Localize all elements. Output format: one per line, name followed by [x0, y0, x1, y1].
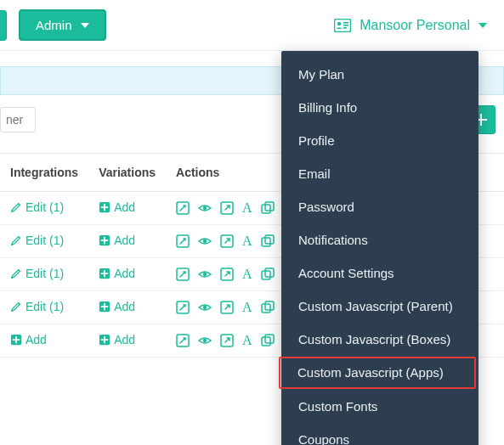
dropdown-item-custom-javascript-apps[interactable]: Custom Javascript (Apps): [279, 357, 476, 389]
link-label: Add: [114, 300, 135, 313]
svg-point-7: [203, 206, 207, 210]
pencil-icon: [10, 234, 22, 246]
link-label: Add: [114, 234, 135, 247]
top-bar: Admin Mansoor Personal: [0, 0, 504, 51]
caret-down-icon: [479, 23, 487, 28]
plus-square-icon: [99, 268, 110, 279]
link-label: Edit (1): [25, 300, 64, 313]
add-link[interactable]: Add: [99, 300, 135, 313]
external-icon[interactable]: [220, 234, 234, 248]
boxes-icon[interactable]: [261, 268, 275, 281]
font-icon[interactable]: A: [242, 334, 252, 347]
link-label: Edit (1): [25, 267, 64, 280]
dropdown-item-email[interactable]: Email: [281, 157, 479, 190]
plus-square-icon: [99, 201, 110, 213]
svg-rect-3: [343, 25, 348, 26]
svg-rect-17: [265, 235, 274, 244]
eye-icon[interactable]: [198, 334, 212, 347]
boxes-icon[interactable]: [261, 334, 275, 347]
svg-rect-4: [343, 27, 347, 29]
add-link[interactable]: Add: [99, 234, 135, 247]
edit-icon[interactable]: [176, 201, 190, 215]
add-link[interactable]: Add: [99, 267, 135, 280]
svg-rect-10: [265, 202, 274, 211]
link-label: Add: [114, 267, 135, 280]
ner-chip[interactable]: ner: [0, 107, 36, 132]
link-label: Add: [114, 333, 135, 346]
external-icon[interactable]: [220, 301, 234, 314]
edit-icon[interactable]: [176, 268, 190, 281]
plus-square-icon: [99, 334, 110, 346]
svg-rect-30: [262, 304, 270, 313]
edit-link[interactable]: Edit (1): [10, 267, 64, 280]
svg-rect-38: [262, 337, 270, 346]
svg-rect-2: [343, 22, 348, 24]
svg-point-28: [203, 306, 207, 309]
eye-icon[interactable]: [198, 301, 212, 314]
dropdown-item-password[interactable]: Password: [281, 190, 479, 223]
font-icon[interactable]: A: [242, 201, 252, 215]
svg-point-14: [203, 239, 207, 243]
pencil-icon: [10, 201, 22, 213]
id-card-icon: [334, 19, 351, 32]
external-icon[interactable]: [220, 334, 234, 347]
edit-icon[interactable]: [176, 334, 190, 347]
edit-link[interactable]: Edit (1): [10, 234, 64, 247]
add-link[interactable]: Add: [99, 333, 135, 346]
user-name: Mansoor Personal: [360, 18, 470, 33]
boxes-icon[interactable]: [261, 301, 275, 314]
link-label: Edit (1): [25, 200, 64, 214]
plus-square-icon: [99, 301, 110, 313]
plus-square-icon: [10, 334, 22, 346]
admin-label: Admin: [36, 18, 72, 32]
svg-rect-9: [262, 205, 270, 213]
dropdown-item-custom-fonts[interactable]: Custom Fonts: [281, 390, 479, 423]
external-icon[interactable]: [220, 268, 234, 281]
admin-dropdown-button[interactable]: Admin: [19, 9, 106, 41]
pencil-icon: [10, 268, 22, 279]
col-variations: Variations: [88, 154, 166, 192]
font-icon[interactable]: A: [242, 268, 252, 281]
link-label: Edit (1): [25, 234, 64, 247]
font-icon[interactable]: A: [242, 234, 252, 248]
svg-rect-16: [262, 238, 270, 246]
boxes-icon[interactable]: [261, 201, 275, 215]
svg-point-1: [337, 21, 341, 25]
svg-rect-31: [265, 301, 274, 310]
font-icon[interactable]: A: [242, 301, 252, 314]
pencil-icon: [10, 301, 22, 313]
dropdown-item-custom-javascript-boxes[interactable]: Custom Javascript (Boxes): [281, 323, 479, 356]
boxes-icon[interactable]: [261, 234, 275, 248]
svg-point-36: [203, 339, 207, 342]
svg-rect-23: [262, 271, 270, 279]
add-link[interactable]: Add: [99, 200, 135, 214]
dropdown-item-account-settings[interactable]: Account Settings: [281, 256, 479, 290]
eye-icon[interactable]: [198, 268, 212, 281]
edit-icon[interactable]: [176, 301, 190, 314]
left-edge-decor: [0, 10, 7, 41]
dropdown-item-billing-info[interactable]: Billing Info: [281, 91, 479, 124]
eye-icon[interactable]: [198, 201, 212, 215]
dropdown-item-profile[interactable]: Profile: [281, 124, 479, 157]
link-label: Add: [25, 333, 47, 346]
dropdown-item-custom-javascript-parent[interactable]: Custom Javascript (Parent): [281, 290, 479, 323]
user-menu-trigger[interactable]: Mansoor Personal: [334, 18, 487, 33]
dropdown-item-coupons[interactable]: Coupons: [281, 423, 479, 445]
col-integrations: Integrations: [0, 154, 88, 192]
svg-point-21: [203, 273, 207, 276]
link-label: Add: [114, 200, 135, 214]
svg-rect-39: [265, 335, 274, 343]
edit-icon[interactable]: [176, 234, 190, 248]
add-link[interactable]: Add: [10, 333, 47, 346]
eye-icon[interactable]: [198, 234, 212, 248]
dropdown-item-notifications[interactable]: Notifications: [281, 223, 479, 256]
edit-link[interactable]: Edit (1): [10, 200, 64, 214]
plus-square-icon: [99, 234, 110, 246]
caret-down-icon: [81, 23, 89, 28]
external-icon[interactable]: [220, 201, 234, 215]
dropdown-item-my-plan[interactable]: My Plan: [281, 58, 479, 91]
svg-rect-24: [265, 268, 274, 277]
user-dropdown-panel: My PlanBilling InfoProfileEmailPasswordN…: [281, 51, 479, 445]
edit-link[interactable]: Edit (1): [10, 300, 64, 313]
